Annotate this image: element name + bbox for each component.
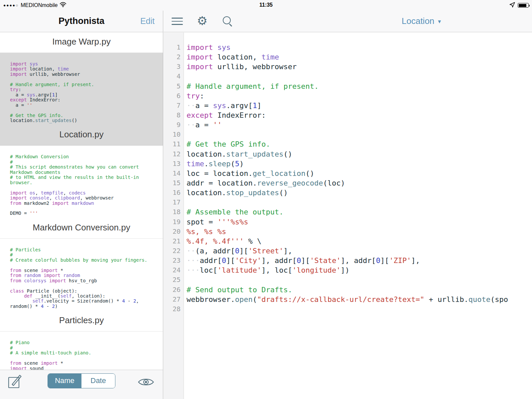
code-line: a = sys.argv[1] [10,92,162,97]
code-line: %s, %s %s [187,227,532,236]
code-line: # Handle argument, if present. [10,82,162,87]
code-line [187,130,532,139]
search-icon[interactable] [223,16,231,24]
code-line: loc = location.get_location() [187,169,532,178]
file-preview: # Piano## A simple multi-touch piano. fr… [0,332,163,370]
file-list: Image Warp.pyimport sysimport location, … [0,32,163,370]
code-line: # Get the GPS info. [10,113,162,118]
code-line: try: [187,91,532,101]
code-line: from scene import * [10,268,162,273]
code-line: import os, tempfile, codecs [10,191,162,196]
file-item-untitled[interactable]: # Piano## A simple multi-touch piano. fr… [0,332,163,370]
line-number: 16 [164,188,184,198]
code-line: # [10,252,162,257]
line-number: 23 [164,256,184,265]
file-item-particles-py[interactable]: # Particles## Create colorful bubbles by… [0,239,163,332]
code-line: location.start_updates() [10,118,162,123]
code-line: %.4f, %.4f''' % \ [187,236,532,246]
new-file-button[interactable] [7,373,23,389]
code-line: ··a = sys.argv[1] [187,101,532,110]
line-number: 1 [164,43,184,52]
app-title: Pythonista [0,11,163,32]
edit-button[interactable]: Edit [140,11,155,32]
line-number: 19 [164,217,184,227]
pythonista-app: ●●●●○ MEDIONmobile 11:35 Pythonista Edit… [0,0,532,399]
file-item-image-warp-py[interactable]: Image Warp.py [0,32,163,53]
line-number-gutter: 1234567891011121314151617181920212223242… [164,33,184,399]
code-line: addr = location.reverse_geocode(loc) [187,178,532,188]
menu-icon[interactable] [172,18,183,25]
code-line: except IndexError: [10,97,162,102]
line-number: 3 [164,62,184,71]
line-number: 18 [164,207,184,217]
line-number: 6 [164,91,184,101]
code-line: a = '' [10,103,162,108]
line-number: 13 [164,159,184,169]
code-line: time.sleep(5) [187,159,532,169]
code-line: import urllib, webbrowser [10,72,162,77]
code-line: location.stop_updates() [187,188,532,198]
sidebar: Pythonista Edit Image Warp.pyimport sysi… [0,11,163,399]
status-bar: ●●●●○ MEDIONmobile 11:35 [0,0,532,11]
code-line: import sys [10,62,162,66]
code-line [10,263,162,268]
code-line: # A simple multi-touch piano. [10,350,162,355]
line-number: 8 [164,110,184,120]
code-line: from colorsys import hsv_to_rgb [10,278,162,283]
line-number: 11 [164,139,184,149]
line-number: 7 [164,101,184,110]
file-item-location-py[interactable]: import sysimport location, timeimport ur… [0,53,163,146]
chevron-down-icon: ▼ [437,19,442,24]
file-title: Location.py [0,125,163,145]
code-line: import urllib, webbrowser [187,62,532,71]
code-line: # Assemble the output. [187,207,532,217]
code-line: # Piano [10,340,162,345]
code-line: ··(a, addr[0]['Street'], [187,246,532,256]
code-line [187,275,532,285]
code-line: from markdown2 import markdown [10,201,162,206]
code-line: location.start_updates() [187,149,532,159]
file-preview: # Particles## Create colorful bubbles by… [0,239,163,311]
code-line [10,77,162,82]
code-line: import sys [187,43,532,52]
code-line: browser. [10,180,162,185]
code-line [10,185,162,190]
code-line: # [10,345,162,350]
segment-date[interactable]: Date [81,374,115,388]
code-line: # Get the GPS info. [187,139,532,149]
code-editor[interactable]: import sysimport location, timeimport ur… [184,33,532,399]
code-line: # to HTML and view the results in the bu… [10,175,162,180]
code-line: try: [10,87,162,92]
file-title: Particles.py [0,311,163,331]
code-line: # Send output to Drafts. [187,285,532,295]
preview-eye-button[interactable] [138,377,154,389]
line-number: 15 [164,178,184,188]
code-line [10,356,162,361]
line-number: 22 [164,246,184,256]
code-line: Markdown documents [10,170,162,175]
code-line: import sound [10,366,162,370]
file-title: Markdown Conversion.py [0,218,163,238]
line-number: 14 [164,169,184,178]
code-line: random() * 4 - 2) [10,304,162,309]
line-number: 17 [164,198,184,207]
code-line: # Markdown Conversion [10,154,162,159]
code-line: spot = '''%s%s [187,217,532,227]
line-number: 4 [164,71,184,81]
file-item-markdown-conversion-py[interactable]: # Markdown Conversion## This script demo… [0,146,163,238]
code-line: # [10,160,162,165]
code-line: # Create colorful bubbles by moving your… [10,258,162,263]
code-line: import location, time [187,52,532,62]
code-line [187,71,532,81]
file-preview: import sysimport location, timeimport ur… [0,53,163,125]
settings-gear-icon[interactable]: ⚙ [197,11,207,31]
file-dropdown[interactable]: Location▼ [402,11,442,32]
code-line: ··a = '' [187,120,532,130]
sidebar-navbar: Pythonista Edit [0,11,163,32]
editor-body: 1234567891011121314151617181920212223242… [164,33,532,399]
file-preview: # Markdown Conversion## This script demo… [0,146,163,218]
segment-name[interactable]: Name [48,374,81,388]
line-number: 26 [164,285,184,295]
code-line: except IndexError: [187,110,532,120]
status-right [509,0,529,11]
